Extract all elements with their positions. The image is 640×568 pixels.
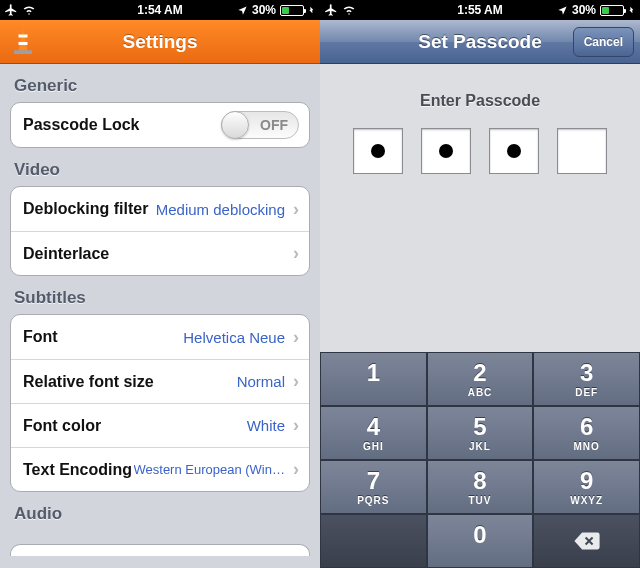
row-value: Western European (Win… (134, 462, 292, 477)
svg-rect-1 (19, 42, 28, 45)
header-title: Settings (0, 31, 320, 53)
numeric-keypad: 1 2ABC 3DEF 4GHI 5JKL 6MNO 7PQRS 8TUV 9W… (320, 352, 640, 568)
cancel-button[interactable]: Cancel (573, 27, 634, 57)
row-value: Helvetica Neue (183, 329, 291, 346)
chevron-right-icon: › (293, 459, 299, 480)
backspace-icon (573, 531, 601, 551)
chevron-right-icon: › (293, 243, 299, 264)
passcode-digit-1 (353, 128, 403, 174)
airplane-mode-icon (324, 3, 338, 17)
battery-icon (600, 5, 624, 16)
svg-rect-0 (19, 35, 28, 38)
row-label: Font (23, 328, 58, 346)
header-bar: Set Passcode Cancel (320, 20, 640, 64)
settings-list[interactable]: Generic Passcode Lock OFF Video Deblocki… (0, 64, 320, 568)
keypad-key-1[interactable]: 1 (320, 352, 427, 406)
switch-off-label: OFF (260, 117, 288, 133)
row-label: Relative font size (23, 373, 154, 391)
section-label-generic: Generic (0, 64, 320, 102)
keypad-key-backspace[interactable] (533, 514, 640, 568)
row-label: Font color (23, 417, 101, 435)
row-value: Medium deblocking (156, 201, 291, 218)
row-deblocking-filter[interactable]: Deblocking filter Medium deblocking › (11, 187, 309, 231)
battery-icon (280, 5, 304, 16)
vlc-cone-icon (8, 27, 38, 57)
keypad-key-0[interactable]: 0 (427, 514, 534, 568)
keypad-key-9[interactable]: 9WXYZ (533, 460, 640, 514)
keypad-key-6[interactable]: 6MNO (533, 406, 640, 460)
passcode-digit-3 (489, 128, 539, 174)
status-bar: 1:54 AM 30% (0, 0, 320, 20)
row-relative-font-size[interactable]: Relative font size Normal › (11, 359, 309, 403)
row-passcode-lock[interactable]: Passcode Lock OFF (11, 103, 309, 147)
row-label: Passcode Lock (23, 116, 140, 134)
passcode-digit-4 (557, 128, 607, 174)
keypad-key-2[interactable]: 2ABC (427, 352, 534, 406)
keypad-key-blank (320, 514, 427, 568)
airplane-mode-icon (4, 3, 18, 17)
charging-icon (308, 4, 316, 16)
row-value: Normal (237, 373, 291, 390)
keypad-key-7[interactable]: 7PQRS (320, 460, 427, 514)
svg-rect-2 (14, 50, 32, 54)
row-text-encoding[interactable]: Text Encoding Western European (Win… › (11, 447, 309, 491)
keypad-key-8[interactable]: 8TUV (427, 460, 534, 514)
location-icon (237, 5, 248, 16)
charging-icon (628, 4, 636, 16)
chevron-right-icon: › (293, 371, 299, 392)
row-font-color[interactable]: Font color White › (11, 403, 309, 447)
keypad-key-3[interactable]: 3DEF (533, 352, 640, 406)
battery-percent: 30% (252, 3, 276, 17)
set-passcode-screen: 1:55 AM 30% Set Passcode Cancel Enter Pa… (320, 0, 640, 568)
keypad-key-5[interactable]: 5JKL (427, 406, 534, 460)
row-font[interactable]: Font Helvetica Neue › (11, 315, 309, 359)
passcode-lock-switch[interactable]: OFF (221, 111, 299, 139)
header-bar: Settings (0, 20, 320, 64)
settings-screen: 1:54 AM 30% Settings Generic Passcode Lo… (0, 0, 320, 568)
section-label-subtitles: Subtitles (0, 276, 320, 314)
status-time: 1:55 AM (457, 3, 503, 17)
chevron-right-icon: › (293, 327, 299, 348)
keypad-key-4[interactable]: 4GHI (320, 406, 427, 460)
cancel-button-label: Cancel (584, 35, 623, 49)
wifi-icon (22, 4, 36, 16)
row-label: Deblocking filter (23, 200, 148, 218)
battery-percent: 30% (572, 3, 596, 17)
section-label-audio: Audio (0, 492, 320, 530)
passcode-digit-2 (421, 128, 471, 174)
row-value: White (247, 417, 291, 434)
section-audio-group-partial (10, 544, 310, 556)
location-icon (557, 5, 568, 16)
status-time: 1:54 AM (137, 3, 183, 17)
wifi-icon (342, 4, 356, 16)
row-label: Text Encoding (23, 461, 132, 479)
status-bar: 1:55 AM 30% (320, 0, 640, 20)
section-label-video: Video (0, 148, 320, 186)
passcode-prompt: Enter Passcode (320, 92, 640, 110)
chevron-right-icon: › (293, 199, 299, 220)
passcode-boxes (320, 128, 640, 174)
row-deinterlace[interactable]: Deinterlace › (11, 231, 309, 275)
row-label: Deinterlace (23, 245, 109, 263)
chevron-right-icon: › (293, 415, 299, 436)
